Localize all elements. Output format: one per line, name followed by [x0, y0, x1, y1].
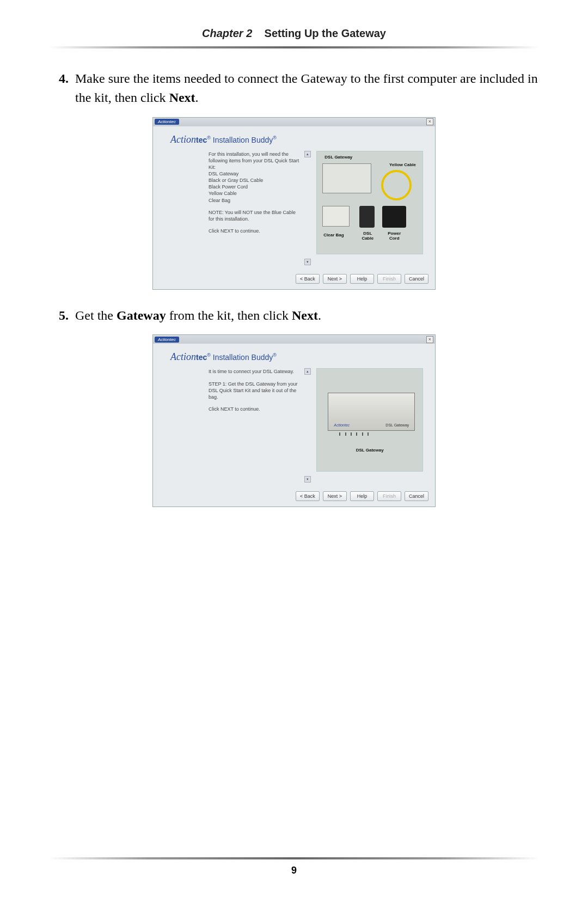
cancel-button[interactable]: Cancel: [405, 274, 428, 284]
titlebar: Actiontec ×: [153, 335, 435, 344]
installer-logo: Actiontec® Installation Buddy®: [170, 351, 423, 363]
back-button[interactable]: < Back: [296, 491, 320, 501]
gateway-shape: [322, 163, 371, 193]
instruction-text: It is time to connect your DSL Gateway. …: [209, 368, 299, 483]
step-text: Make sure the items needed to connect th…: [75, 69, 539, 107]
next-button[interactable]: Next >: [323, 274, 347, 284]
step-number: 4.: [49, 69, 75, 107]
label-yellow: Yellow Cable: [389, 162, 416, 167]
dslcable-shape: [359, 206, 375, 228]
yellow-cable-shape: [381, 170, 412, 200]
step-5: 5. Get the Gateway from the kit, then cl…: [49, 306, 539, 325]
help-button[interactable]: Help: [350, 491, 374, 501]
brand-chip: Actiontec: [155, 337, 179, 343]
scroll-down-icon[interactable]: ▾: [304, 259, 311, 265]
step-text: Get the Gateway from the kit, then click…: [75, 306, 539, 325]
installer-footer: < Back Next > Help Finish Cancel: [153, 271, 435, 289]
chapter-label: Chapter 2: [202, 27, 252, 39]
device-photo: Actiontec DSL Gateway DSL Gat: [316, 368, 423, 472]
step-4: 4. Make sure the items needed to connect…: [49, 69, 539, 107]
device-brand: Actiontec: [334, 423, 350, 427]
next-button[interactable]: Next >: [323, 491, 347, 501]
finish-button: Finish: [377, 491, 401, 501]
powercord-shape: [382, 206, 406, 228]
brand-chip: Actiontec: [155, 119, 179, 125]
page-footer: 9: [0, 857, 588, 876]
page-header: Chapter 2 Setting Up the Gateway: [49, 27, 539, 46]
header-rule: [49, 46, 539, 48]
label-gateway: DSL Gateway: [317, 448, 422, 453]
installer-window-2: Actiontec × Actiontec® Installation Budd…: [152, 334, 436, 507]
installer-footer: < Back Next > Help Finish Cancel: [153, 488, 435, 507]
label-powercord: Power Cord: [383, 231, 405, 241]
close-icon[interactable]: ×: [426, 118, 433, 125]
titlebar: Actiontec ×: [153, 118, 435, 126]
finish-button: Finish: [377, 274, 401, 284]
help-button[interactable]: Help: [350, 274, 374, 284]
page-number: 9: [0, 865, 588, 876]
installer-window-1: Actiontec × Actiontec® Installation Budd…: [152, 117, 436, 290]
step-number: 5.: [49, 306, 75, 325]
gateway-device: Actiontec DSL Gateway: [328, 393, 415, 431]
scrollbar[interactable]: ▴ ▾: [304, 368, 311, 483]
label-clearbag: Clear Bag: [323, 233, 344, 237]
clearbag-shape: [322, 206, 350, 227]
kit-photo: DSL Gateway Yellow Cable Clear Bag DSL C…: [316, 151, 423, 254]
cancel-button[interactable]: Cancel: [405, 491, 428, 501]
chapter-title: Setting Up the Gateway: [265, 27, 386, 39]
label-gateway: DSL Gateway: [324, 155, 352, 160]
close-icon[interactable]: ×: [426, 336, 433, 343]
installer-logo: Actiontec® Installation Buddy®: [170, 134, 423, 145]
back-button[interactable]: < Back: [296, 274, 320, 284]
instruction-text: For this installation, you will need the…: [209, 151, 299, 265]
scroll-up-icon[interactable]: ▴: [304, 151, 311, 157]
device-label: DSL Gateway: [385, 423, 409, 427]
scroll-up-icon[interactable]: ▴: [304, 368, 311, 375]
label-dslcable: DSL Cable: [359, 231, 376, 241]
scrollbar[interactable]: ▴ ▾: [304, 151, 311, 265]
footer-rule: [49, 857, 539, 859]
scroll-down-icon[interactable]: ▾: [304, 476, 311, 483]
